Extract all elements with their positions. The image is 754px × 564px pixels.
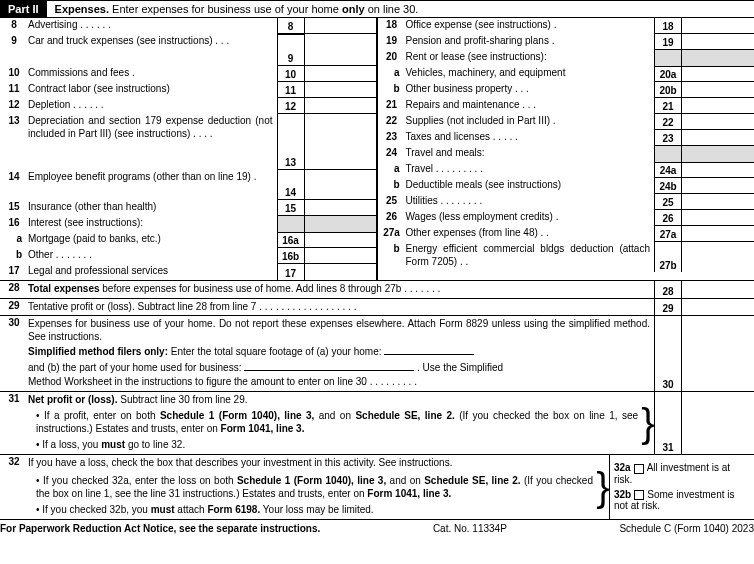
line-32-checkboxes: 32aAll investment is at risk. 32bSome in… [609, 455, 754, 519]
amount-18[interactable] [682, 18, 754, 34]
amount-13[interactable] [305, 114, 377, 170]
line-18: 18 Office expense (see instructions) . 1… [378, 18, 755, 34]
line-27a: 27a Other expenses (from line 48) . . 27… [378, 226, 755, 242]
line-22: 22 Supplies (not included in Part III) .… [378, 114, 755, 130]
line-20a: a Vehicles, machinery, and equipment 20a [378, 66, 755, 82]
amount-11[interactable] [305, 82, 377, 98]
amount-23[interactable] [682, 130, 754, 146]
line-21: 21 Repairs and maintenance . . . 21 [378, 98, 755, 114]
line-32: 32 If you have a loss, check the box tha… [0, 455, 754, 519]
left-column: 8 Advertising . . . . . . 8 9 Car and tr… [0, 18, 378, 280]
line-28: 28 Total expenses before expenses for bu… [0, 281, 754, 299]
box-9: 9 [277, 34, 305, 66]
checkbox-32a[interactable] [634, 464, 644, 474]
line-20: 20 Rent or lease (see instructions): [378, 50, 755, 66]
line-14: 14 Employee benefit programs (other than… [0, 170, 377, 200]
line-12: 12 Depletion . . . . . . 12 [0, 98, 377, 114]
amount-19[interactable] [682, 34, 754, 50]
line-31: 31 Net profit or (loss). Subtract line 3… [0, 392, 754, 455]
amount-16b[interactable] [305, 248, 377, 264]
line-9: 9 Car and truck expenses (see instructio… [0, 34, 377, 66]
amount-25[interactable] [682, 194, 754, 210]
brace-icon: } [597, 455, 609, 519]
amount-21[interactable] [682, 98, 754, 114]
line-20b: b Other business property . . . 20b [378, 82, 755, 98]
sqft-business-input[interactable] [244, 361, 414, 371]
amount-17[interactable] [305, 264, 377, 280]
part-tag: Part II [0, 1, 47, 17]
line-30: 30 Expenses for business use of your hom… [0, 316, 754, 392]
right-column: 18 Office expense (see instructions) . 1… [378, 18, 755, 280]
line-8: 8 Advertising . . . . . . 8 [0, 18, 377, 34]
amount-31[interactable] [682, 392, 754, 454]
amount-8[interactable] [305, 18, 377, 34]
amount-16a[interactable] [305, 232, 377, 248]
footer-left: For Paperwork Reduction Act Notice, see … [0, 523, 320, 534]
amount-9[interactable] [305, 34, 377, 66]
line-27b: b Energy efficient commercial bldgs dedu… [378, 242, 755, 272]
line-26: 26 Wages (less employment credits) . 26 [378, 210, 755, 226]
line-11: 11 Contract labor (see instructions) 11 [0, 82, 377, 98]
line-25: 25 Utilities . . . . . . . . 25 [378, 194, 755, 210]
line-16a: a Mortgage (paid to banks, etc.) 16a [0, 232, 377, 248]
amount-26[interactable] [682, 210, 754, 226]
expense-grid: 8 Advertising . . . . . . 8 9 Car and tr… [0, 18, 754, 281]
brace-icon: } [642, 392, 654, 454]
amount-14[interactable] [305, 170, 377, 200]
amount-28[interactable] [682, 281, 754, 298]
footer-right: Schedule C (Form 1040) 2023 [619, 523, 754, 534]
footer: For Paperwork Reduction Act Notice, see … [0, 519, 754, 534]
line-29: 29 Tentative profit or (loss). Subtract … [0, 299, 754, 317]
line-19: 19 Pension and profit-sharing plans . 19 [378, 34, 755, 50]
amount-12[interactable] [305, 98, 377, 114]
amount-29[interactable] [682, 299, 754, 316]
line-24a: a Travel . . . . . . . . . 24a [378, 162, 755, 178]
line-10: 10 Commissions and fees . 10 [0, 66, 377, 82]
line-15: 15 Insurance (other than health) 15 [0, 200, 377, 216]
amount-30[interactable] [682, 316, 754, 391]
line-23: 23 Taxes and licenses . . . . . 23 [378, 130, 755, 146]
amount-24a[interactable] [682, 162, 754, 178]
amount-15[interactable] [305, 200, 377, 216]
line-16b: b Other . . . . . . . 16b [0, 248, 377, 264]
checkbox-32b[interactable] [634, 490, 644, 500]
amount-10[interactable] [305, 66, 377, 82]
footer-center: Cat. No. 11334P [433, 523, 507, 534]
amount-27b[interactable] [682, 242, 754, 272]
line-24b: b Deductible meals (see instructions) 24… [378, 178, 755, 194]
sqft-home-input[interactable] [384, 345, 474, 355]
line-24: 24 Travel and meals: [378, 146, 755, 162]
amount-22[interactable] [682, 114, 754, 130]
amount-20a[interactable] [682, 66, 754, 82]
line-17: 17 Legal and professional services 17 [0, 264, 377, 280]
amount-24b[interactable] [682, 178, 754, 194]
line-16: 16 Interest (see instructions): [0, 216, 377, 232]
amount-27a[interactable] [682, 226, 754, 242]
part-header: Part II Expenses. Enter expenses for bus… [0, 0, 754, 18]
part-title: Expenses. Enter expenses for business us… [47, 3, 419, 15]
line-13: 13 Depreciation and section 179 expense … [0, 114, 377, 170]
amount-20b[interactable] [682, 82, 754, 98]
